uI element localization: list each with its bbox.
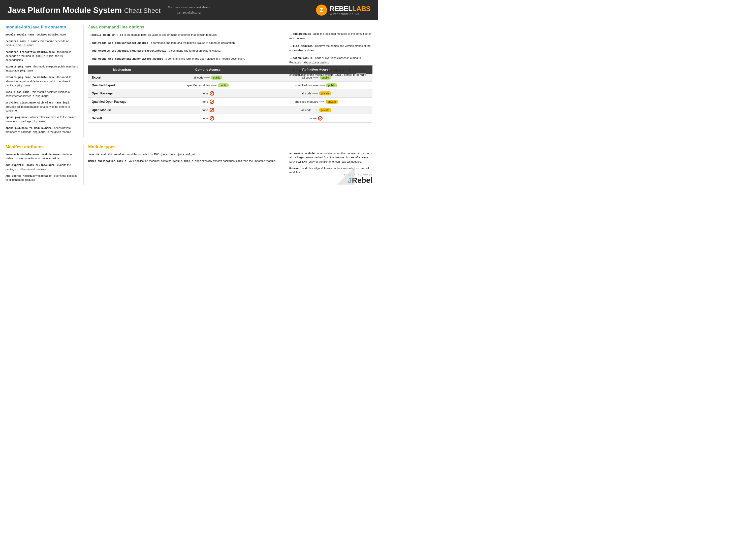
logo-main: REBELLABS — [330, 5, 370, 13]
compile-default: none — [155, 114, 260, 123]
no-entry-icon — [318, 116, 323, 121]
mechanism-export: Export — [88, 74, 155, 82]
manifest-title: Manifest attributes — [6, 144, 79, 150]
entry-requires-transitive: requires transitive module.name - this m… — [6, 50, 79, 62]
header-title-block: Java Platform Module System Cheat Sheet — [8, 6, 161, 15]
cmd-add-opens: --add-opens src.module/pkg.name=target.m… — [88, 57, 282, 61]
header: Java Platform Module System Cheat Sheet … — [0, 0, 378, 20]
header-promo: For more awesome cheat sheetsvisit rebel… — [168, 5, 210, 15]
manifest-add-opens: Add-Opens: <module>/<package> - opens th… — [6, 174, 79, 182]
module-info-title: module-info.java file contents — [6, 25, 79, 30]
compile-export: all code public — [155, 74, 260, 82]
entry-uses: uses class.name - this module declares i… — [6, 90, 79, 98]
entry-exports-pkg: exports pkg.name - this module exports p… — [6, 65, 79, 73]
cmdline-section: Java command line options --module-path … — [84, 25, 287, 137]
entry-opens-pkg-to: opens pkg.name to module.name - opens pr… — [6, 126, 79, 134]
logo-icon: Z — [316, 5, 327, 15]
mechanism-default: Default — [88, 114, 155, 123]
page-title: Java Platform Module System Cheat Sheet — [8, 6, 161, 14]
header-logo: Z REBELLABS by ZEROTURNAROUND — [316, 5, 370, 15]
module-info-section: module-info.java file contents module mo… — [6, 25, 84, 137]
entry-module: module module.name - declares module.nam… — [6, 33, 79, 37]
page-curl — [337, 167, 355, 185]
arrow-icon — [211, 84, 217, 87]
manifest-auto-name: Automatic-Module-Name: module.name - dec… — [6, 153, 79, 161]
cmd-add-reads: --add-reads src.module=target.module - a… — [88, 41, 282, 45]
cmd-list-modules: --list-modules - displays the names and … — [289, 44, 372, 52]
compile-qualified-export: specified modules public — [155, 82, 260, 89]
cmd-add-exports: --add-exports src.module/pkg.name=target… — [88, 49, 282, 53]
entry-exports-pkg-to: exports pkg.name to module.name - this m… — [6, 75, 79, 88]
module-type-jdk: Java SE and JDK modules - modules provid… — [88, 153, 282, 157]
entry-opens-pkg: opens pkg.name - allows reflective acces… — [6, 115, 79, 123]
svg-marker-24 — [337, 167, 355, 185]
no-entry-icon — [210, 108, 214, 112]
entry-provides: provides class.name with class.name.impl… — [6, 101, 79, 113]
cmd-illegal-access: --illegal-access=permit|warn|deny - rela… — [289, 68, 372, 77]
mechanism-qualified-open-package: Qualified Open Package — [88, 98, 155, 106]
no-entry-icon — [210, 91, 214, 96]
module-types-right: Automatic module - non-modular jar on th… — [287, 144, 372, 184]
logo-sub: by ZEROTURNAROUND — [330, 13, 370, 15]
module-types-left: Module types Java SE and JDK modules - m… — [84, 144, 287, 184]
manifest-add-exports: Add-Exports: <module>/<package> - export… — [6, 163, 79, 171]
svg-marker-1 — [209, 77, 210, 78]
mechanism-open-module: Open Module — [88, 106, 155, 114]
table-header-mechanism: Mechanism — [88, 65, 155, 74]
svg-marker-5 — [215, 85, 217, 86]
module-type-named: Named application module - your applicat… — [88, 159, 282, 163]
cmd-patch-module: --patch-module - adds or overrides class… — [289, 56, 372, 65]
cmdline-right-section: --add-modules - adds the indicated modul… — [287, 25, 372, 137]
manifest-section: Manifest attributes Automatic-Module-Nam… — [6, 144, 84, 184]
entry-requires: requires module.name - this module depen… — [6, 39, 79, 47]
mechanism-open-package: Open Package — [88, 89, 155, 98]
compile-open-module: none — [155, 106, 260, 114]
cmdline-title: Java command line options — [88, 25, 282, 30]
table-header-compile: Compile Access — [155, 65, 260, 74]
cmd-add-modules: --add-modules - adds the indicated modul… — [289, 32, 372, 40]
module-types-title: Module types — [88, 144, 282, 150]
logo-text-block: REBELLABS by ZEROTURNAROUND — [330, 5, 370, 15]
mechanism-qualified-export: Qualified Export — [88, 82, 155, 89]
module-type-automatic: Automatic module - non-modular jar on th… — [289, 152, 372, 164]
compile-qualified-open-package: none — [155, 98, 260, 106]
arrow-icon — [204, 76, 210, 79]
no-entry-icon — [210, 99, 214, 104]
no-entry-icon — [210, 116, 214, 121]
compile-open-package: none — [155, 89, 260, 98]
cmd-module-path: --module-path or (-p) is the module path… — [88, 33, 282, 37]
